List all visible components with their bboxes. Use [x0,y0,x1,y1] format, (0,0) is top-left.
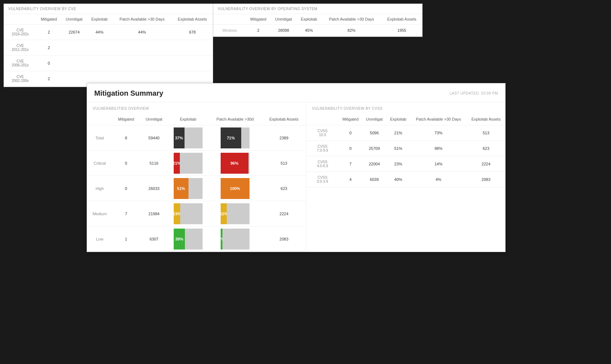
cve-row-label: CVE2002-200x [4,71,36,87]
vuln-row-medium: Medium [87,201,112,226]
os-col-assets: Exploitab Assets [381,14,422,25]
bg-panel-os: VULNERABILITY OVERVIEW BY OPERATING SYST… [213,4,422,37]
cve-col-mitigated: Mitigated [36,14,61,25]
cvss-4-6-assets: 2224 [467,156,505,172]
cve-col-patch: Patch Available >30 Days [112,14,172,25]
main-panel: Mitigation Summary LAST UPDATED: 03:09 P… [87,83,506,252]
os-col-empty [213,14,246,25]
cve-col-empty [4,14,36,25]
vuln-col-exploitab: Exploitab [168,113,208,125]
table-row: CVE2016-202x 2 22674 44% 44% 678 [4,25,213,40]
os-table: Mitigated Unmitigat Exploitab Patch Avai… [213,14,422,36]
cvss-0-3-unmitigated: 6039 [362,172,386,187]
cve-patch: 44% [112,25,172,40]
os-row-label: Windows [213,25,246,36]
os-col-mitigated: Mitigated [246,14,271,25]
vuln-high-patch: 100% [208,176,262,201]
cvss-col-empty [306,113,339,125]
vuln-high-exploitab: 51% [168,176,208,201]
os-col-exploitab: Exploitab [296,14,322,25]
vuln-total-assets: 2389 [262,125,306,151]
cvss-0-3-patch: 4% [410,172,467,187]
os-col-unmitigated: Unmitigat [271,14,296,25]
cve-mitigated: 2 [36,40,61,56]
cvss-0-3-mitigated: 4 [339,172,362,187]
table-row: CVSS4.0-6.9 7 22004 23% 14% 2224 [306,156,505,172]
cve-mitigated: 2 [36,71,61,87]
cve-patch [112,40,172,56]
bar-gray-high-exploitab [188,178,203,199]
cve-unmitigated [61,71,87,87]
vuln-row-total: Total [87,125,112,151]
vuln-critical-assets: 513 [262,151,306,176]
cvss-row-4-6: CVSS4.0-6.9 [306,156,339,172]
table-row: CVSS7.0-9.9 0 25709 51% 98% 623 [306,141,505,156]
cvss-overview-section: VULNERABILITY OVERVIEW BY CVSS Mitigated… [306,102,505,252]
cvss-0-3-exploitab: 40% [386,172,410,187]
cvss-7-9-patch: 98% [410,141,467,156]
cve-unmitigated [61,40,87,56]
table-row: CVE2006-201x 0 [4,56,213,71]
vuln-row-low: Low [87,226,112,252]
bar-filled-high-exploitab: 51% [174,178,188,199]
vuln-low-patch: 7% [208,226,262,252]
cve-assets [172,56,213,71]
cve-unmitigated: 22674 [61,25,87,40]
vuln-row-high: High [87,176,112,201]
os-exploitab: 45% [296,25,322,36]
main-panel-body: VULNERABILITIES OVERVIEW Mitigated Unmit… [87,102,505,252]
exploitab-bar-medium: 23% [174,203,203,224]
vuln-col-unmitigated: Unmitigat [140,113,168,125]
cvss-4-6-mitigated: 7 [339,156,362,172]
vuln-high-assets: 623 [262,176,306,201]
cvss-10-mitigated: 0 [339,125,362,141]
vuln-critical-exploitab: 21% [168,151,208,176]
bar-gray-total-patch [241,127,250,148]
cvss-10-unmitigated: 5096 [362,125,386,141]
vuln-low-mitigated: 1 [112,226,140,252]
exploitab-bar-high: 51% [174,178,203,199]
os-mitigated: 2 [246,25,271,36]
bg-os-title: VULNERABILITY OVERVIEW BY OPERATING SYST… [213,4,422,14]
cvss-0-3-assets: 2083 [467,172,505,187]
cvss-4-6-exploitab: 23% [386,156,410,172]
exploitab-bar-low: 39% [174,229,203,250]
vuln-total-unmitigated: 59440 [140,125,168,151]
table-row: Low 1 6307 39% 7% [87,226,306,252]
os-patch: 82% [321,25,381,36]
vuln-low-unmitigated: 6307 [140,226,168,252]
bar-gray-critical-exploitab [180,153,203,174]
cve-table: Mitigated Unmitigat Exploitab Patch Avai… [4,14,213,87]
cve-patch [112,56,172,71]
last-updated: LAST UPDATED: 03:09 PM [450,91,498,95]
table-row: Medium 7 21984 23% 22% [87,201,306,226]
cve-col-exploitab: Exploitab [87,14,112,25]
bar-filled-high-patch: 100% [221,178,250,199]
cve-assets: 678 [172,25,213,40]
cvss-4-6-patch: 14% [410,156,467,172]
vuln-col-empty [87,113,112,125]
cve-exploitab: 44% [87,25,112,40]
cve-unmitigated [61,56,87,71]
patch-bar-total: 71% [221,127,250,148]
cvss-10-exploitab: 21% [386,125,410,141]
cvss-row-10: CVSS10.0 [306,125,339,141]
cvss-7-9-unmitigated: 25709 [362,141,386,156]
vuln-row-critical: Critical [87,151,112,176]
cvss-col-unmitigated: Unmitigat [362,113,386,125]
cvss-row-0-3: CVSS0.0-3.9 [306,172,339,187]
table-row: Total 8 59440 37% 71% [87,125,306,151]
cvss-row-7-9: CVSS7.0-9.9 [306,141,339,156]
vuln-medium-exploitab: 23% [168,201,208,226]
table-row: CVE2011-201x 2 [4,40,213,56]
cve-row-label: CVE2016-202x [4,25,36,40]
bar-filled-critical-patch: 96% [221,153,248,174]
bar-filled-critical-exploitab: 21% [174,153,180,174]
bar-filled-medium-patch: 22% [221,203,227,224]
patch-bar-high: 100% [221,178,250,199]
vuln-critical-patch: 96% [208,151,262,176]
vuln-medium-mitigated: 7 [112,201,140,226]
table-row: Critical 0 5116 21% 96% [87,151,306,176]
vuln-total-exploitab: 37% [168,125,208,151]
cvss-col-assets: Exploitab Assets [467,113,505,125]
